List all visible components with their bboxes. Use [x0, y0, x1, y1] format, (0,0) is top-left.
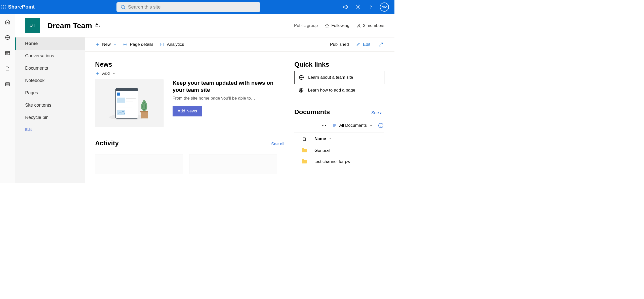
- page-details-button[interactable]: Page details: [123, 42, 153, 47]
- chevron-down-icon: [369, 124, 373, 127]
- quicklink-learn-team-site[interactable]: Learn about a team site: [294, 71, 384, 84]
- chart-icon: [159, 42, 165, 47]
- activity-heading: Activity: [95, 139, 119, 147]
- add-news-button[interactable]: Add News: [173, 106, 202, 116]
- privacy-label: Public group: [294, 23, 318, 28]
- chevron-down-icon: [113, 43, 117, 46]
- svg-point-27: [125, 44, 126, 45]
- new-button[interactable]: New: [95, 42, 117, 47]
- svg-rect-14: [5, 52, 10, 55]
- svg-point-4: [3, 7, 4, 7]
- nav-edit-link[interactable]: Edit: [15, 124, 85, 132]
- svg-point-5: [5, 7, 6, 7]
- search-icon: [120, 5, 126, 10]
- svg-rect-45: [141, 112, 148, 118]
- svg-rect-38: [117, 98, 125, 103]
- svg-point-11: [357, 6, 359, 8]
- gear-icon[interactable]: [355, 4, 362, 11]
- svg-point-7: [3, 8, 4, 9]
- view-selector[interactable]: All Documents: [332, 123, 373, 128]
- news-illustration: [95, 79, 164, 127]
- file-type-column[interactable]: [294, 136, 314, 141]
- list-view-icon: [332, 123, 337, 127]
- site-header: DT Dream Team Public group Following 2 m…: [15, 14, 394, 37]
- plus-icon: [95, 42, 100, 47]
- members-button[interactable]: 2 members: [356, 23, 384, 28]
- svg-rect-21: [96, 24, 98, 27]
- expand-icon[interactable]: [377, 41, 384, 48]
- news-card: Keep your team updated with news on your…: [95, 79, 284, 127]
- suite-bar: SharePoint NM: [0, 0, 394, 14]
- globe-icon: [298, 88, 304, 93]
- command-bar: New Page details Analytics Publishe: [85, 37, 394, 52]
- svg-point-23: [99, 24, 99, 24]
- site-nav: Home Conversations Documents Notebook Pa…: [15, 37, 85, 183]
- documents-see-all[interactable]: See all: [371, 110, 384, 115]
- star-icon: [325, 23, 329, 28]
- nav-documents[interactable]: Documents: [15, 62, 85, 74]
- file-icon: [302, 136, 306, 141]
- teams-icon[interactable]: [95, 23, 101, 28]
- svg-point-22: [97, 23, 97, 24]
- nav-site-contents[interactable]: Site contents: [15, 99, 85, 111]
- svg-point-2: [5, 5, 6, 6]
- quicklink-add-page[interactable]: Learn how to add a page: [294, 84, 384, 97]
- svg-point-3: [1, 7, 2, 7]
- svg-point-6: [1, 8, 2, 9]
- nav-home[interactable]: Home: [15, 37, 85, 50]
- following-button[interactable]: Following: [325, 23, 349, 28]
- documents-list: Name General test: [294, 133, 384, 167]
- svg-rect-18: [5, 83, 10, 86]
- megaphone-icon[interactable]: [342, 4, 349, 11]
- user-avatar[interactable]: NM: [380, 3, 389, 12]
- folder-icon: [302, 149, 307, 152]
- published-label: Published: [330, 42, 349, 47]
- activity-card[interactable]: [95, 154, 183, 174]
- svg-point-9: [121, 5, 125, 8]
- svg-point-0: [1, 5, 2, 6]
- quicklinks-heading: Quick links: [294, 61, 384, 68]
- plus-icon: [95, 71, 100, 76]
- news-heading: News: [95, 61, 284, 68]
- folder-icon: [302, 160, 307, 163]
- help-icon[interactable]: [367, 4, 374, 11]
- news-icon[interactable]: [4, 50, 11, 57]
- svg-point-8: [5, 8, 6, 9]
- gear-icon: [123, 42, 127, 47]
- brand-label[interactable]: SharePoint: [8, 4, 35, 10]
- globe-icon: [299, 75, 304, 80]
- doc-row[interactable]: test channel for pw: [294, 156, 384, 167]
- news-title: Keep your team updated with news on your…: [173, 79, 284, 93]
- analytics-button[interactable]: Analytics: [159, 42, 184, 47]
- file-icon[interactable]: [4, 65, 11, 72]
- list-icon[interactable]: [4, 81, 11, 88]
- name-column-header[interactable]: Name: [314, 136, 332, 141]
- nav-notebook[interactable]: Notebook: [15, 74, 85, 87]
- nav-conversations[interactable]: Conversations: [15, 50, 85, 62]
- svg-rect-46: [140, 111, 148, 112]
- edit-button[interactable]: Edit: [356, 42, 370, 47]
- nav-pages[interactable]: Pages: [15, 87, 85, 99]
- search-box: [116, 2, 260, 12]
- site-logo[interactable]: DT: [25, 18, 40, 33]
- app-launcher-icon[interactable]: [0, 4, 7, 11]
- nav-recycle-bin[interactable]: Recycle bin: [15, 111, 85, 124]
- globe-icon[interactable]: [4, 34, 11, 41]
- activity-card[interactable]: [189, 154, 277, 174]
- svg-point-12: [371, 8, 371, 8]
- svg-rect-36: [115, 88, 138, 91]
- person-icon: [356, 23, 361, 28]
- activity-see-all[interactable]: See all: [271, 142, 284, 147]
- add-news-menu[interactable]: Add: [95, 71, 284, 76]
- documents-heading: Documents: [294, 108, 330, 116]
- pencil-icon: [356, 42, 360, 47]
- chevron-down-icon: [328, 137, 332, 141]
- site-title[interactable]: Dream Team: [47, 21, 92, 30]
- more-actions-icon[interactable]: ···: [322, 123, 327, 128]
- svg-point-1: [3, 5, 4, 6]
- home-icon[interactable]: [4, 18, 11, 25]
- chevron-down-icon: [112, 72, 116, 75]
- search-input[interactable]: [116, 2, 260, 12]
- info-icon[interactable]: i: [378, 123, 383, 128]
- doc-row[interactable]: General: [294, 145, 384, 156]
